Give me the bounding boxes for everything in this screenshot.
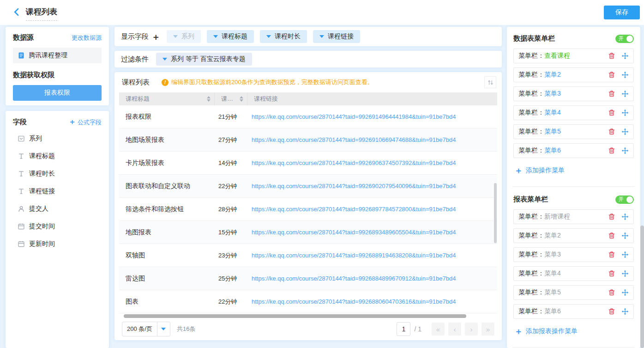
save-button[interactable]: 保存	[604, 6, 640, 19]
display-field-tag[interactable]: 系列	[167, 30, 201, 43]
page-size-select[interactable]: 200 条/页	[122, 322, 170, 336]
caret-down-icon	[213, 35, 218, 38]
course-link[interactable]: https://ke.qq.com/course/2870144?taid=99…	[252, 159, 456, 166]
page-scrollbar-thumb[interactable]	[640, 226, 644, 348]
toggle-switch[interactable]: 开	[615, 35, 634, 43]
horizontal-scrollbar-thumb[interactable]	[124, 314, 466, 318]
add-display-field-button[interactable]: ＋	[151, 32, 160, 41]
sort-arrows-icon[interactable]	[207, 96, 211, 102]
menu-item[interactable]: 菜单栏：新增课程	[513, 209, 634, 224]
move-icon[interactable]	[621, 109, 629, 116]
move-icon[interactable]	[621, 270, 629, 277]
menu-item[interactable]: 菜单栏：菜单5	[513, 124, 634, 139]
trash-icon[interactable]	[608, 147, 615, 154]
menu-item[interactable]: 菜单栏：菜单3	[513, 247, 634, 262]
column-header[interactable]: 课程链接	[247, 92, 497, 105]
fields-heading: 字段	[13, 118, 27, 127]
course-link[interactable]: https://ke.qq.com/course/2870144?taid=99…	[252, 252, 456, 259]
menu-item[interactable]: 菜单栏：菜单4	[513, 266, 634, 281]
move-icon[interactable]	[621, 308, 629, 315]
field-item[interactable]: 更新时间	[13, 235, 102, 253]
field-item[interactable]: 课程链接	[13, 183, 102, 200]
course-link[interactable]: https://ke.qq.com/course/2870144?taid=99…	[252, 136, 456, 143]
page-number-input[interactable]: 1	[397, 322, 410, 336]
course-link[interactable]: https://ke.qq.com/course/2870144?taid=99…	[252, 298, 456, 305]
calendar-icon	[18, 223, 25, 230]
table-vertical-scrollbar-thumb[interactable]	[494, 183, 497, 243]
trash-icon[interactable]	[608, 213, 615, 220]
trash-icon[interactable]	[608, 232, 615, 239]
add-menu-link[interactable]: ＋添加报表操作菜单	[514, 326, 578, 337]
move-icon[interactable]	[621, 147, 629, 154]
menu-item[interactable]: 菜单栏：菜单6	[513, 143, 634, 158]
course-link[interactable]: https://ke.qq.com/course/2870144?taid=99…	[252, 113, 456, 120]
prev-page-button[interactable]: ‹	[448, 323, 461, 336]
table-row: 卡片场景报表 14分钟 https://ke.qq.com/course/287…	[119, 152, 497, 175]
change-datasource-link[interactable]: 更改数据源	[72, 34, 102, 42]
course-link[interactable]: https://ke.qq.com/course/2870144?taid=99…	[252, 183, 456, 189]
move-icon[interactable]	[621, 213, 629, 220]
horizontal-scrollbar	[119, 314, 497, 318]
course-link[interactable]: https://ke.qq.com/course/2870144?taid=99…	[252, 206, 456, 213]
add-formula-field-link[interactable]: ＋ 公式字段	[68, 117, 102, 127]
menu-item[interactable]: 菜单栏：菜单5	[513, 285, 634, 300]
sort-arrows-icon[interactable]	[240, 96, 243, 102]
toggle-on-label: 开	[619, 36, 624, 41]
column-header[interactable]: 课程标题	[119, 92, 215, 105]
field-item[interactable]: 课程标题	[13, 147, 102, 165]
trash-icon[interactable]	[608, 109, 615, 116]
field-label: 提交人	[29, 205, 48, 213]
trash-icon[interactable]	[608, 308, 615, 315]
move-icon[interactable]	[621, 128, 629, 135]
toggle-switch[interactable]: 开	[615, 195, 634, 204]
menu-item[interactable]: 菜单栏：菜单2	[513, 67, 634, 82]
display-field-tag[interactable]: 课程时长	[260, 30, 307, 43]
menu-item[interactable]: 菜单栏：菜单3	[513, 86, 634, 101]
calendar-icon	[18, 240, 25, 248]
trash-icon[interactable]	[608, 71, 615, 79]
report-permission-button[interactable]: 报表权限	[13, 85, 102, 101]
divider	[512, 347, 635, 348]
move-icon[interactable]	[621, 289, 629, 296]
move-icon[interactable]	[621, 71, 629, 79]
field-item[interactable]: 课程时长	[13, 165, 102, 183]
move-icon[interactable]	[621, 90, 629, 98]
course-title-cell: 图表	[119, 290, 215, 313]
trash-icon[interactable]	[608, 90, 615, 98]
menu-item[interactable]: 菜单栏：菜单6	[513, 304, 634, 319]
filter-bar: 过滤条件 系列 等于 百宝云报表专题	[114, 51, 502, 67]
course-duration-cell: 14分钟	[215, 152, 247, 174]
caret-down-icon	[173, 35, 178, 38]
trash-icon[interactable]	[608, 251, 615, 258]
first-page-button[interactable]: «	[432, 323, 445, 336]
warning-icon: !	[162, 79, 169, 86]
last-page-button[interactable]: »	[481, 323, 494, 336]
datasource-item[interactable]: 腾讯课程整理	[13, 48, 102, 63]
trash-icon[interactable]	[608, 128, 615, 135]
display-field-tag[interactable]: 课程链接	[313, 30, 360, 43]
field-item[interactable]: 提交人	[13, 200, 102, 218]
sort-order-icon[interactable]	[484, 76, 496, 88]
move-icon[interactable]	[621, 251, 629, 258]
course-link[interactable]: https://ke.qq.com/course/2870144?taid=99…	[252, 275, 456, 282]
column-header[interactable]: 课程...	[215, 92, 247, 105]
add-menu-link[interactable]: ＋添加操作菜单	[514, 165, 565, 176]
field-item[interactable]: 提交时间	[13, 218, 102, 235]
permission-heading: 数据获取权限	[13, 71, 102, 79]
menu-item[interactable]: 菜单栏：查看课程	[513, 49, 634, 63]
next-page-button[interactable]: ›	[465, 323, 478, 336]
trash-icon[interactable]	[608, 52, 615, 60]
series-icon	[18, 135, 25, 142]
course-duration-cell: 25分钟	[215, 267, 247, 290]
filter-condition-tag[interactable]: 系列 等于 百宝云报表专题	[156, 53, 252, 66]
move-icon[interactable]	[621, 52, 629, 60]
course-link[interactable]: https://ke.qq.com/course/2870144?taid=99…	[252, 229, 456, 236]
trash-icon[interactable]	[608, 289, 615, 296]
menu-item[interactable]: 菜单栏：菜单4	[513, 105, 634, 120]
menu-item[interactable]: 菜单栏：菜单2	[513, 228, 634, 243]
back-icon[interactable]	[12, 7, 21, 17]
display-field-tag[interactable]: 课程标题	[207, 30, 254, 43]
field-item[interactable]: 系列	[13, 130, 102, 147]
move-icon[interactable]	[621, 232, 629, 239]
trash-icon[interactable]	[608, 270, 615, 277]
